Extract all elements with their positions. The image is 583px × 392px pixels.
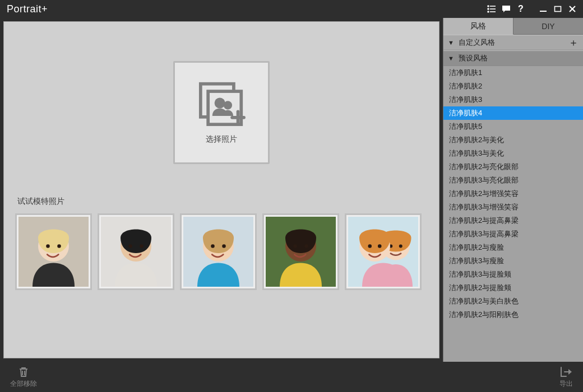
tab-style[interactable]: 风格 — [443, 18, 513, 35]
preset-item[interactable]: 洁净肌肤2 — [443, 80, 583, 93]
preset-item[interactable]: 洁净肌肤2与提高鼻梁 — [443, 214, 583, 227]
preset-item[interactable]: 洁净肌肤1 — [443, 66, 583, 80]
preset-item[interactable]: 洁净肌肤3与美化 — [443, 147, 583, 160]
sample-thumb[interactable] — [345, 213, 422, 290]
custom-style-label: 自定义风格 — [459, 38, 495, 48]
minimize-icon[interactable] — [536, 2, 550, 16]
svg-point-43 — [368, 244, 372, 248]
export-label: 导出 — [559, 379, 573, 389]
preset-item[interactable]: 洁净肌肤4 — [443, 106, 583, 120]
preset-item[interactable]: 洁净肌肤3与增强笑容 — [443, 200, 583, 214]
chevron-down-icon: ▼ — [448, 55, 454, 62]
canvas-area: 选择照片 试试模特照片 — [0, 18, 443, 362]
svg-rect-7 — [555, 7, 561, 12]
close-icon[interactable] — [565, 2, 580, 16]
preset-item[interactable]: 洁净肌肤2与提脸颊 — [443, 281, 583, 295]
footer: 全部移除 导出 — [0, 362, 583, 392]
svg-point-14 — [224, 101, 232, 109]
svg-point-36 — [304, 244, 308, 248]
svg-point-4 — [488, 11, 489, 12]
preset-item[interactable]: 洁净肌肤2与美化 — [443, 133, 583, 147]
svg-point-41 — [399, 245, 402, 248]
preset-item[interactable]: 洁净肌肤2与亮化眼部 — [443, 160, 583, 174]
side-panel: 风格DIY ▼ 自定义风格 ＋ ▼ 预设风格 洁净肌肤1洁净肌肤2洁净肌肤3洁净… — [443, 18, 583, 362]
preset-item[interactable]: 洁净肌肤2与阳刚肤色 — [443, 308, 583, 321]
titlebar: Portrait+ ? — [0, 0, 583, 18]
add-custom-style-icon[interactable]: ＋ — [568, 38, 579, 48]
svg-point-13 — [215, 98, 225, 109]
list-icon[interactable] — [484, 2, 499, 16]
svg-point-30 — [211, 244, 215, 248]
preset-item[interactable]: 洁净肌肤3与亮化眼部 — [443, 174, 583, 187]
svg-point-35 — [293, 244, 297, 248]
preset-item[interactable]: 洁净肌肤3与提脸颊 — [443, 268, 583, 281]
app-title: Portrait+ — [7, 3, 48, 15]
preset-item[interactable]: 洁净肌肤2与瘦脸 — [443, 241, 583, 254]
sample-thumb[interactable] — [15, 213, 92, 290]
preset-item[interactable]: 洁净肌肤5 — [443, 120, 583, 133]
sample-thumb[interactable] — [180, 213, 257, 290]
svg-point-21 — [57, 244, 61, 248]
sample-thumb[interactable] — [262, 213, 339, 290]
preset-item[interactable]: 洁净肌肤2与增强笑容 — [443, 187, 583, 200]
preset-style-header[interactable]: ▼ 预设风格 — [443, 50, 583, 66]
remove-all-button[interactable]: 全部移除 — [10, 366, 37, 389]
export-button[interactable]: 导出 — [559, 366, 573, 389]
preset-style-label: 预设风格 — [459, 53, 488, 63]
preset-item[interactable]: 洁净肌肤3与提高鼻梁 — [443, 227, 583, 241]
preset-item[interactable]: 洁净肌肤3与瘦脸 — [443, 254, 583, 268]
add-photo-icon — [197, 81, 246, 127]
svg-point-20 — [46, 244, 50, 248]
custom-style-header[interactable]: ▼ 自定义风格 ＋ — [443, 35, 583, 50]
help-icon[interactable]: ? — [513, 2, 528, 16]
preset-item[interactable]: 洁净肌肤3 — [443, 93, 583, 106]
svg-point-31 — [222, 244, 226, 248]
preset-list[interactable]: 洁净肌肤1洁净肌肤2洁净肌肤3洁净肌肤4洁净肌肤5洁净肌肤2与美化洁净肌肤3与美… — [443, 66, 583, 362]
svg-point-25 — [128, 244, 132, 248]
sample-thumb-row — [15, 213, 428, 290]
sample-thumb[interactable] — [98, 213, 174, 290]
preset-item[interactable]: 洁净肌肤2与美白肤色 — [443, 295, 583, 308]
select-photo-dropzone[interactable]: 选择照片 — [173, 61, 270, 164]
remove-all-label: 全部移除 — [10, 379, 37, 389]
svg-point-26 — [140, 244, 144, 248]
side-tabs: 风格DIY — [443, 18, 583, 35]
chevron-down-icon: ▼ — [448, 39, 454, 46]
svg-point-44 — [378, 244, 382, 248]
tab-diy[interactable]: DIY — [513, 18, 583, 35]
chat-icon[interactable] — [499, 2, 513, 16]
dropzone-label: 选择照片 — [206, 134, 237, 144]
svg-point-0 — [488, 6, 489, 7]
samples-heading: 试试模特照片 — [17, 197, 428, 207]
maximize-icon[interactable] — [550, 2, 565, 16]
svg-point-2 — [488, 8, 489, 10]
